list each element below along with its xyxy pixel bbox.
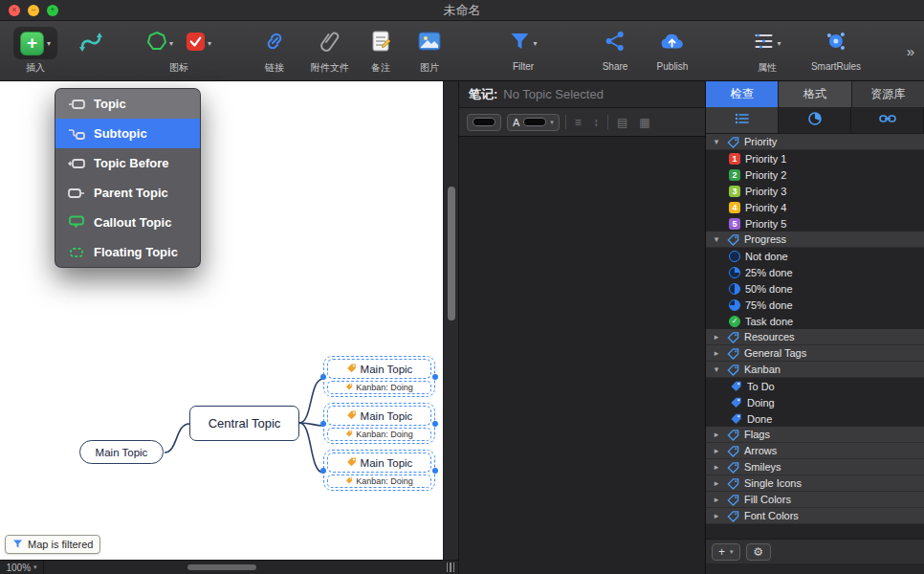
horizontal-scrollbar-thumb[interactable]: [187, 564, 256, 570]
splitter-grip[interactable]: [443, 561, 458, 574]
disclosure-triangle-icon[interactable]: ▸: [712, 430, 721, 439]
icon-marker-button[interactable]: ▾: [146, 31, 173, 55]
properties-button[interactable]: ▾ 属性: [753, 27, 781, 75]
list-icon[interactable]: ▤: [614, 116, 630, 129]
text-align-icon[interactable]: ≡: [572, 116, 584, 129]
main-topic-node[interactable]: Main Topic: [327, 453, 431, 473]
tag-item-priority-4[interactable]: 4 Priority 4: [706, 199, 924, 215]
filter-button[interactable]: ▾ Filter: [509, 27, 537, 72]
tag-group-fill-colors[interactable]: ▸ Fill Colors: [706, 492, 924, 508]
topic-label: Main Topic: [361, 364, 413, 375]
chevron-down-icon[interactable]: ▾: [47, 39, 51, 48]
tag-group-arrows[interactable]: ▸ Arrows: [706, 443, 924, 459]
menu-item-callout-topic[interactable]: Callout Topic: [55, 208, 200, 237]
kanban-tag-node[interactable]: Kanban: Doing: [327, 428, 431, 441]
attachment-button[interactable]: 附件文件: [311, 27, 349, 75]
menu-item-floating-topic[interactable]: Floating Topic: [55, 237, 200, 267]
tab-[interactable]: 格式: [779, 81, 851, 107]
link-button[interactable]: 链接: [263, 27, 286, 75]
main-topic-node[interactable]: Main Topic: [327, 406, 431, 426]
tag-item-priority-2[interactable]: 2 Priority 2: [706, 166, 924, 183]
tag-item-50-done[interactable]: 50% done: [706, 280, 924, 297]
selected-topic-group[interactable]: Main Topic Kanban: Doing: [323, 356, 435, 397]
icon-tab-index[interactable]: [706, 107, 779, 133]
tag-item-25-done[interactable]: 25% done: [706, 264, 924, 280]
disclosure-triangle-icon[interactable]: ▸: [712, 348, 721, 358]
task-complete-button[interactable]: ▾: [186, 32, 211, 55]
kanban-tag-icon: [729, 412, 742, 425]
disclosure-triangle-icon[interactable]: ▸: [712, 446, 721, 455]
tag-item-not-done[interactable]: Not done: [706, 248, 924, 264]
tab-[interactable]: 资源库: [852, 81, 924, 107]
progress-pie-icon: [729, 299, 740, 311]
menu-item-subtopic[interactable]: Subtopic: [55, 119, 200, 148]
kanban-tag-node[interactable]: Kanban: Doing: [327, 381, 431, 394]
publish-button[interactable]: Publish: [657, 27, 689, 72]
icon-tab-links[interactable]: [851, 107, 924, 133]
vertical-scrollbar-thumb[interactable]: [448, 187, 455, 320]
image-button[interactable]: 图片: [418, 27, 441, 75]
selected-topic-group[interactable]: Main Topic Kanban: Doing: [323, 403, 435, 444]
tag-item-priority-3[interactable]: 3 Priority 3: [706, 183, 924, 199]
tag-group-general-tags[interactable]: ▸ General Tags: [706, 345, 924, 362]
map-filtered-status[interactable]: Map is filtered: [5, 535, 100, 554]
tag-group-progress[interactable]: ▾ Progress: [706, 232, 924, 248]
kanban-tag-node[interactable]: Kanban: Doing: [327, 475, 431, 488]
central-topic-node[interactable]: Central Topic: [189, 406, 299, 441]
disclosure-triangle-icon[interactable]: ▾: [712, 364, 721, 374]
disclosure-triangle-icon[interactable]: ▾: [712, 137, 721, 146]
gear-icon[interactable]: ⚙: [746, 543, 771, 561]
toolbar-overflow-chevron[interactable]: »: [903, 43, 918, 59]
tag-item-priority-5[interactable]: 5 Priority 5: [706, 215, 924, 232]
disclosure-triangle-icon[interactable]: ▾: [712, 234, 721, 244]
menu-item-topic[interactable]: Topic: [55, 89, 200, 119]
disclosure-triangle-icon[interactable]: ▸: [712, 495, 721, 504]
disclosure-triangle-icon[interactable]: ▸: [712, 462, 721, 472]
main-topic-node[interactable]: Main Topic: [327, 359, 431, 379]
minimize-icon[interactable]: −: [28, 5, 39, 16]
tag-item-doing[interactable]: Doing: [706, 394, 924, 410]
tag-group-font-colors[interactable]: ▸ Font Colors: [706, 508, 924, 524]
tag-group-smileys[interactable]: ▸ Smileys: [706, 459, 924, 475]
menu-item-topic-before[interactable]: Topic Before: [55, 148, 200, 178]
chevron-down-icon[interactable]: ▾: [777, 39, 781, 48]
smartrules-button[interactable]: SmartRules: [811, 27, 861, 72]
tag-item-to-do[interactable]: To Do: [706, 378, 924, 394]
tag-item-priority-1[interactable]: 1 Priority 1: [706, 150, 924, 166]
disclosure-triangle-icon[interactable]: ▸: [712, 332, 721, 342]
tag-group-resources[interactable]: ▸ Resources: [706, 329, 924, 345]
tag-item-75-done[interactable]: 75% done: [706, 297, 924, 313]
tab-[interactable]: 检查: [706, 81, 779, 107]
tag-item-done[interactable]: Done: [706, 410, 924, 427]
tag-group-priority[interactable]: ▾ Priority: [706, 134, 924, 150]
disclosure-triangle-icon[interactable]: ▸: [712, 511, 721, 520]
tag-icon: [726, 136, 739, 148]
disclosure-triangle-icon[interactable]: ▸: [712, 478, 721, 488]
close-icon[interactable]: ×: [9, 5, 20, 16]
table-icon[interactable]: ▦: [636, 116, 652, 129]
highlight-color-button[interactable]: [467, 114, 501, 131]
selected-topic-group[interactable]: Main Topic Kanban: Doing: [323, 450, 435, 491]
maximize-icon[interactable]: +: [47, 5, 58, 16]
chevron-down-icon[interactable]: ▾: [208, 39, 211, 48]
topic-style-button[interactable]: [78, 27, 103, 59]
font-color-button[interactable]: A ▾: [507, 114, 560, 131]
tag-item-task-done[interactable]: ✓ Task done: [706, 313, 924, 329]
main-topic-node[interactable]: Main Topic: [79, 440, 164, 464]
vertical-scrollbar[interactable]: [443, 81, 458, 560]
tag-group-single-icons[interactable]: ▸ Single Icons: [706, 475, 924, 492]
icon-tab-chart[interactable]: [779, 107, 851, 133]
tag-group-flags[interactable]: ▸ Flags: [706, 427, 924, 443]
polygon-icon: [146, 31, 167, 55]
chevron-down-icon[interactable]: ▾: [169, 39, 173, 48]
add-tag-button[interactable]: + ▾: [712, 543, 740, 561]
horizontal-scrollbar[interactable]: [44, 561, 458, 574]
zoom-control[interactable]: 100% ▾: [0, 561, 44, 574]
tag-group-kanban[interactable]: ▾ Kanban: [706, 362, 924, 378]
share-button[interactable]: Share: [603, 27, 628, 72]
chevron-down-icon[interactable]: ▾: [533, 39, 537, 48]
menu-item-parent-topic[interactable]: Parent Topic: [55, 178, 200, 208]
insert-topic-button[interactable]: + ▾ 插入: [13, 27, 57, 75]
line-spacing-icon[interactable]: ↕: [590, 116, 602, 129]
note-button[interactable]: 备注: [371, 27, 390, 75]
